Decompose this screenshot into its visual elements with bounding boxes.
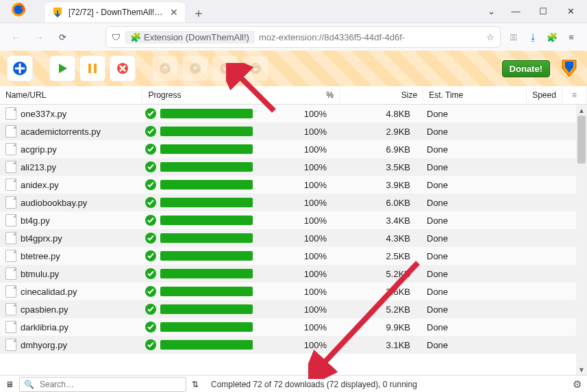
table-row[interactable]: acgrip.py100%6.9KBDone <box>0 140 587 158</box>
cell-percent: 100% <box>258 340 335 350</box>
header-progress[interactable]: Progress <box>142 86 262 104</box>
status-net-icon[interactable]: ⇅ <box>192 380 199 389</box>
table-row[interactable]: academictorrents.py100%2.9KBDone <box>0 122 587 140</box>
vertical-scrollbar[interactable]: ▲ ▼ <box>576 105 587 375</box>
progress-bar <box>160 215 253 225</box>
header-speed[interactable]: Speed <box>527 86 562 104</box>
move-up-button[interactable] <box>182 55 208 81</box>
table-row[interactable]: btetree.py100%2.5KBDone <box>0 247 587 265</box>
forward-button[interactable]: → <box>29 27 49 47</box>
progress-bar <box>160 198 253 207</box>
add-download-button[interactable] <box>7 55 33 81</box>
file-name: audiobookbay.py <box>21 198 87 208</box>
file-icon <box>5 285 16 298</box>
header-size[interactable]: Size <box>340 86 423 104</box>
cell-size: 3.5KB <box>335 162 419 172</box>
file-name: dmhyorg.py <box>21 340 67 350</box>
move-top-button[interactable] <box>152 55 178 81</box>
settings-gear-icon[interactable]: ⚙ <box>573 378 582 391</box>
header-percent[interactable]: % <box>262 86 340 104</box>
download-list: one337x.py100%4.8KBDoneacademictorrents.… <box>0 105 587 375</box>
pocket-icon[interactable]: ⌄⃝ <box>508 32 520 42</box>
pause-button[interactable] <box>79 55 105 81</box>
table-row[interactable]: cinecalidad.py100%3.6KBDone <box>0 283 587 300</box>
progress-bar <box>160 269 253 278</box>
file-name: academictorrents.py <box>21 127 101 137</box>
cell-eta: Done <box>419 162 523 172</box>
file-name: anidex.py <box>21 180 59 190</box>
monitor-icon[interactable]: 🖥 <box>5 380 14 389</box>
cell-eta: Done <box>419 269 523 279</box>
downloads-icon[interactable]: ⭳ <box>527 32 539 42</box>
window-minimize-button[interactable]: — <box>509 6 523 16</box>
tab-close-icon[interactable]: ✕ <box>170 7 178 18</box>
cell-percent: 100% <box>258 180 335 190</box>
cell-eta: Done <box>419 340 523 350</box>
table-row[interactable]: anidex.py100%3.9KBDone <box>0 176 587 194</box>
table-row[interactable]: bt4gprx.py100%4.3KBDone <box>0 229 587 247</box>
search-input[interactable] <box>38 379 182 390</box>
table-row[interactable]: dmhyorg.py100%3.1KBDone <box>0 336 587 354</box>
file-icon <box>5 267 16 280</box>
scroll-up-arrow-icon[interactable]: ▲ <box>576 105 587 116</box>
cell-size: 9.9KB <box>335 322 419 332</box>
cell-size: 5.2KB <box>335 304 419 315</box>
svg-rect-6 <box>94 64 97 73</box>
status-bar: 🖥 🔍 ⇅ Completed 72 of 72 downloads (72 d… <box>0 375 587 392</box>
search-box[interactable]: 🔍 <box>19 377 186 392</box>
check-icon <box>145 144 156 155</box>
cell-eta: Done <box>419 180 523 190</box>
progress-bar <box>160 127 253 136</box>
cell-size: 3.9KB <box>335 180 419 190</box>
table-row[interactable]: darklibria.py100%9.9KBDone <box>0 318 587 336</box>
progress-bar <box>160 304 253 314</box>
back-button[interactable]: ← <box>5 27 26 47</box>
svg-marker-4 <box>59 64 67 73</box>
header-menu-icon[interactable]: ≡ <box>562 86 587 104</box>
table-row[interactable]: cpasbien.py100%5.2KBDone <box>0 300 587 318</box>
file-name: bt4gprx.py <box>21 233 62 244</box>
file-name: one337x.py <box>21 109 66 119</box>
list-tabs-icon[interactable]: ⌄ <box>488 6 495 16</box>
cell-size: 3.6KB <box>335 287 419 297</box>
bookmark-star-icon[interactable]: ☆ <box>486 32 495 42</box>
resume-button[interactable] <box>49 55 75 81</box>
file-name: ali213.py <box>21 162 56 172</box>
cell-percent: 100% <box>258 233 335 244</box>
app-menu-icon[interactable]: ≡ <box>565 32 577 42</box>
move-bottom-button[interactable] <box>242 55 268 81</box>
scroll-thumb[interactable] <box>577 116 586 164</box>
cell-percent: 100% <box>258 127 335 137</box>
scroll-down-arrow-icon[interactable]: ▼ <box>576 364 587 375</box>
cell-eta: Done <box>419 127 523 137</box>
window-close-button[interactable]: ✕ <box>564 6 577 16</box>
url-text: moz-extension://8d4336f5-44df-4d6f- <box>259 32 405 42</box>
file-name: btetree.py <box>21 251 60 261</box>
new-tab-button[interactable]: ＋ <box>189 3 208 23</box>
table-row[interactable]: bt4g.py100%3.4KBDone <box>0 211 587 229</box>
header-name[interactable]: Name/URL <box>0 86 142 104</box>
cell-eta: Done <box>419 233 523 244</box>
move-down-button[interactable] <box>212 55 238 81</box>
cell-percent: 100% <box>258 322 335 332</box>
reload-button[interactable]: ⟳ <box>52 27 73 47</box>
file-name: cinecalidad.py <box>21 287 77 297</box>
search-icon: 🔍 <box>24 380 34 389</box>
tab-title: [72/72] - DownThemAll! Manager <box>68 8 164 17</box>
cell-eta: Done <box>419 251 523 261</box>
check-icon <box>145 268 156 279</box>
file-name: acgrip.py <box>21 144 57 155</box>
table-row[interactable]: btmulu.py100%5.2KBDone <box>0 265 587 283</box>
header-eta[interactable]: Est. Time <box>423 86 527 104</box>
table-row[interactable]: ali213.py100%3.5KBDone <box>0 158 587 176</box>
donate-button[interactable]: Donate! <box>502 60 550 77</box>
extensions-icon[interactable]: 🧩 <box>546 32 558 42</box>
table-row[interactable]: audiobookbay.py100%6.0KBDone <box>0 194 587 211</box>
table-row[interactable]: one337x.py100%4.8KBDone <box>0 105 587 122</box>
check-icon <box>145 250 156 261</box>
window-maximize-button[interactable]: ☐ <box>536 6 550 16</box>
browser-tab[interactable]: [72/72] - DownThemAll! Manager ✕ <box>45 2 185 23</box>
url-bar[interactable]: 🛡 🧩 Extension (DownThemAll!) moz-extensi… <box>105 26 501 48</box>
file-icon <box>5 232 16 244</box>
cancel-button[interactable] <box>110 55 136 81</box>
